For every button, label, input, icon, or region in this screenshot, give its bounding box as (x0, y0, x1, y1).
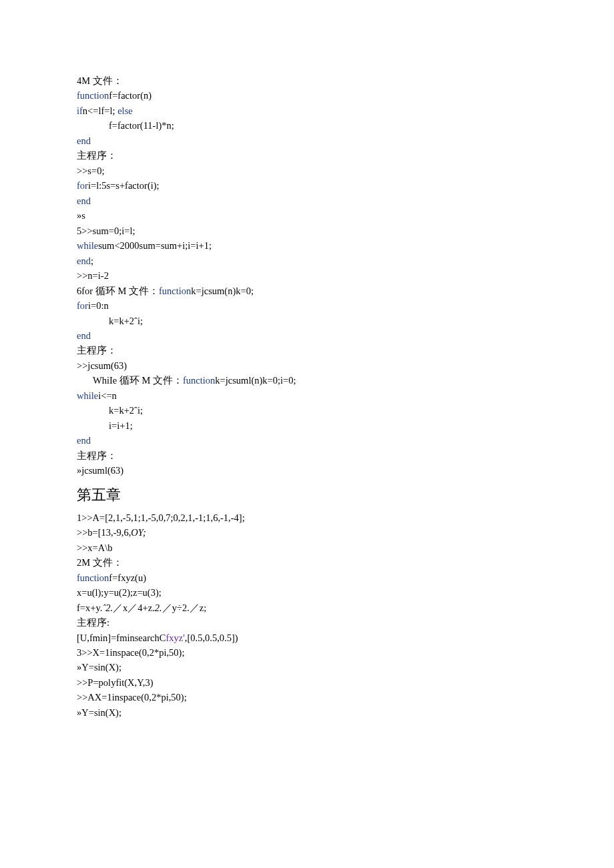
code-text: for (77, 180, 88, 191)
code-text: function (77, 572, 109, 583)
code-text: end (77, 435, 91, 446)
code-text: »Y=sin(X); (77, 707, 121, 718)
code-text: fxyz' (166, 632, 184, 643)
code-line: >>AX=1inspace(0,2*pi,50); (77, 690, 537, 705)
code-text: 4M 文件： (77, 75, 123, 86)
code-text: k=jcsum(n)k=0; (191, 286, 254, 296)
code-text: ／y÷2.／z; (162, 602, 207, 613)
code-line: 3>>X=1inspace(0,2*pi,50); (77, 645, 537, 660)
code-text: 3>>X=1inspace(0,2*pi,50); (77, 647, 184, 658)
code-line: fori=0:n (77, 298, 537, 313)
code-block-1: 4M 文件：functionf=factor(n)ifn<=lf=l; else… (77, 73, 537, 478)
code-text: for (77, 300, 88, 311)
code-line: >>s=0; (77, 163, 537, 178)
code-text: k=k+2ˆi; (109, 316, 143, 326)
code-line: WhiIe 循环 M 文件：functionk=jcsuml(n)k=0;i=0… (77, 373, 537, 388)
code-text: sum<2000sum=sum+i;i=i+1; (98, 240, 212, 251)
code-text: f=x+y. (77, 602, 102, 613)
code-text: 2. (155, 602, 162, 613)
code-line: >>P=polyfit(X,Y,3) (77, 675, 537, 690)
code-line: 5>>sum=0;i=l; (77, 224, 537, 238)
code-line: whilei<=n (77, 388, 537, 403)
code-text: ˆ2. (102, 602, 113, 613)
code-line: >>x=A\b (77, 540, 537, 555)
code-line: f=factor(11-l)*n; (77, 118, 537, 133)
code-text: >>AX=1inspace(0,2*pi,50); (77, 692, 187, 703)
code-line: 2M 文件： (77, 555, 537, 570)
code-line: »Y=sin(X); (77, 705, 537, 720)
code-line: k=k+2ˆi; (77, 403, 537, 418)
code-text: ; (91, 256, 93, 266)
code-text: >>P=polyfit(X,Y,3) (77, 677, 154, 688)
code-line: end (77, 133, 537, 148)
code-text: while (77, 390, 98, 401)
code-text: function (77, 90, 109, 101)
code-text: else (117, 105, 133, 116)
code-text: >>b=[13,-9,6, (77, 527, 131, 538)
code-text: »jcsuml(63) (77, 465, 123, 476)
code-text: x=u(l);y=u(2);z=u(3); (77, 587, 162, 598)
code-line: »s (77, 208, 537, 223)
code-line: end (77, 193, 537, 208)
code-text: ／x／4+z. (113, 602, 155, 613)
code-text: »s (77, 210, 85, 221)
code-text: end (77, 256, 91, 266)
code-line: ifn<=lf=l; else (77, 103, 537, 118)
code-line: [U,fmin]=fminsearchCfxyz',[0.5,0.5,0.5]) (77, 630, 537, 645)
code-line: >>jcsum(63) (77, 358, 537, 373)
code-line: i=i+1; (77, 418, 537, 433)
code-text: 5>>sum=0;i=l; (77, 226, 135, 236)
code-text: 主程序： (77, 150, 117, 161)
code-line: fori=l:5s=s+factor(i); (77, 178, 537, 193)
code-text: while (77, 240, 98, 251)
code-text: i=i+1; (109, 420, 133, 431)
code-text: f=fxyz(u) (109, 572, 146, 583)
code-line: »Y=sin(X); (77, 660, 537, 675)
code-text: k=k+2ˆi; (109, 405, 143, 416)
code-text: function (159, 286, 191, 296)
code-line: >>b=[13,-9,6,OY; (77, 525, 537, 540)
code-line: functionf=factor(n) (77, 88, 537, 103)
code-line: f=x+y.ˆ2.／x／4+z.2.／y÷2.／z; (77, 600, 537, 615)
code-text: »Y=sin(X); (77, 662, 121, 673)
code-text: 主程序: (77, 617, 109, 628)
code-line: whilesum<2000sum=sum+i;i=i+1; (77, 238, 537, 253)
code-text: function (183, 375, 215, 386)
code-text: k=jcsuml(n)k=0;i=0; (215, 375, 296, 386)
code-text: 6for 循环 M 文件： (77, 286, 159, 296)
code-text: if (77, 105, 83, 116)
code-line: x=u(l);y=u(2);z=u(3); (77, 585, 537, 600)
code-text: i<=n (98, 390, 117, 401)
code-text: 主程序： (77, 450, 117, 461)
code-line: 主程序： (77, 148, 537, 163)
code-line: 主程序: (77, 615, 537, 630)
code-line: functionf=fxyz(u) (77, 570, 537, 585)
code-text: 2M 文件： (77, 557, 123, 568)
code-text: >>jcsum(63) (77, 360, 127, 371)
code-line: end (77, 328, 537, 343)
code-text: >>n=i-2 (77, 270, 109, 281)
code-line: »jcsuml(63) (77, 463, 537, 478)
code-line: end; (77, 254, 537, 268)
code-block-2: 1>>A=[2,1,-5,1;1,-5,0,7;0,2,1,-1;1,6,-1,… (77, 510, 537, 721)
code-text: ,[0.5,0.5,0.5]) (185, 632, 238, 643)
code-text: >>s=0; (77, 165, 104, 176)
code-line: 6for 循环 M 文件：functionk=jcsum(n)k=0; (77, 284, 537, 298)
code-text: end (77, 195, 91, 206)
code-text: [U,fmin]=fminsearchC (77, 632, 166, 643)
code-text: end (77, 330, 91, 341)
code-line: 1>>A=[2,1,-5,1;1,-5,0,7;0,2,1,-1;1,6,-1,… (77, 510, 537, 525)
code-text: f=factor(n) (109, 90, 151, 101)
code-text: i=l:5s=s+factor(i); (88, 180, 160, 191)
chapter-heading: 第五章 (77, 484, 537, 506)
code-text: i=0:n (88, 300, 109, 311)
code-line: >>n=i-2 (77, 268, 537, 283)
code-text: OY; (131, 527, 145, 538)
code-text: WhiIe 循环 M 文件： (93, 375, 183, 386)
code-text: end (77, 135, 91, 146)
code-line: end (77, 433, 537, 448)
code-text: f=factor(11-l)*n; (109, 120, 174, 131)
code-text: >>x=A\b (77, 542, 113, 553)
code-line: 主程序： (77, 448, 537, 463)
code-text: 主程序： (77, 345, 117, 356)
